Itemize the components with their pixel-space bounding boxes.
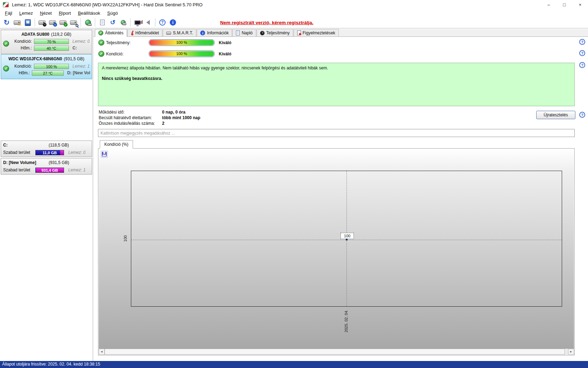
tab-smart[interactable]: S.M.A.R.T.	[163, 29, 196, 36]
scroll-left-icon[interactable]: ◄	[99, 349, 105, 355]
chart-horizontal-scrollbar[interactable]: ◄ ►	[99, 349, 574, 355]
disk-name: ADATA SU800	[21, 32, 49, 37]
scrollbar-thumb[interactable]	[105, 349, 565, 355]
health-check-icon: ✓	[3, 41, 9, 47]
help-icon[interactable]: ?	[157, 18, 168, 27]
scroll-right-icon[interactable]: ►	[568, 349, 574, 355]
free-space-bar: 931,4 GB	[35, 168, 64, 173]
x-axis-tick: 2025. 02. 04.	[344, 307, 349, 335]
disk-number: Lemez: 0	[68, 150, 85, 155]
web-report-icon[interactable]	[118, 18, 128, 27]
sound-icon[interactable]	[143, 18, 153, 27]
menu-disk[interactable]: Lemez	[16, 10, 36, 16]
tab-information[interactable]: iInformációk	[197, 29, 232, 36]
status-bar-text: Állapot utoljára frissítve: 2025. 02. 04…	[2, 362, 100, 367]
disk-number: Lemez: 1	[68, 168, 85, 172]
stat-value: 0 nap, 0 óra	[162, 110, 186, 115]
condition-label: Kondíció:	[106, 52, 124, 56]
menu-file[interactable]: Fájl	[1, 10, 16, 16]
minimize-button[interactable]: –	[541, 0, 556, 9]
chart-canvas[interactable]: 100 100 2025. 02. 04.	[99, 149, 574, 349]
health-check-icon: ✓	[3, 66, 9, 71]
partition-size: (118,5 GB)	[49, 143, 69, 148]
online-disk-icon[interactable]	[83, 18, 93, 27]
disk-number: Lemez: 0	[72, 39, 90, 44]
alert-page-icon	[297, 30, 301, 35]
partition-card-d[interactable]: D: [New Volume](931,5 GB) Szabad terület…	[1, 158, 92, 175]
check-circle-icon: ✓	[98, 51, 104, 57]
window-title: Lemez: 1, WDC WD10JFCX-68N6GN0 [WD-WX22A…	[12, 2, 203, 7]
status-advice: Nincs szükség beavatkozásra.	[102, 76, 571, 81]
disk-monitor-icon[interactable]	[22, 18, 33, 27]
condition-chart-tab[interactable]: Kondíció (%)	[100, 140, 133, 149]
stat-label: Becsült hátralévő élettartam:	[99, 115, 152, 120]
register-notice-link[interactable]: Nem regisztrált verzió, kérem regisztrál…	[220, 20, 313, 25]
toolbar-separator	[95, 18, 95, 27]
app-logo-icon	[3, 2, 9, 7]
free-space-bar: 11,0 GB	[35, 150, 64, 155]
condition-bar: 100 %	[149, 50, 215, 57]
tab-performance[interactable]: Teljesítmény	[257, 29, 293, 36]
tab-overview[interactable]: ✓Áttekintés	[95, 29, 127, 37]
disk-sidebar: ADATA SU800(119,2 GB) ✓ Kondíció: 70 % L…	[0, 29, 93, 361]
disk-performance-icon[interactable]: ◔	[37, 18, 47, 27]
temperature-label: Hőm.:	[12, 46, 32, 50]
menu-report[interactable]: Riport	[55, 10, 75, 16]
health-status-box: A merevlemez állapota hibátlan. Nem talá…	[98, 63, 575, 106]
comment-input[interactable]	[98, 129, 575, 137]
condition-chart-panel: 100 100 2025. 02. 04. ◄ ►	[98, 148, 575, 355]
help-icon[interactable]: ?	[579, 39, 585, 45]
sync-icon[interactable]: ↺	[107, 18, 118, 27]
disk-card-adata[interactable]: ADATA SU800(119,2 GB) ✓ Kondíció: 70 % L…	[1, 30, 92, 54]
temperature-bar: 27 °C	[32, 70, 64, 76]
disk-temperature-icon[interactable]: •	[47, 18, 58, 27]
chart-plot-area[interactable]: 100	[131, 171, 562, 307]
status-text: A merevlemez állapota hibátlan. Nem talá…	[102, 66, 571, 70]
save-chart-button[interactable]	[101, 151, 108, 158]
tab-temperature[interactable]: Hőmérséklet	[127, 29, 162, 36]
stats-block: Működési idő:0 nap, 0 óra Becsült hátral…	[99, 110, 274, 127]
disk-analyze-icon[interactable]	[68, 18, 79, 27]
condition-bar: 100 %	[34, 64, 69, 69]
disk-size: (119,2 GB)	[51, 32, 71, 37]
save-icon	[102, 152, 107, 157]
free-space-label: Szabad terület	[3, 150, 35, 155]
menubar: Fájl Lemez Nézet Riport Beállítások Súgó	[0, 9, 588, 17]
tab-strip: ✓Áttekintés Hőmérséklet S.M.A.R.T. iInfo…	[93, 29, 588, 37]
gauge-icon	[260, 31, 265, 35]
tab-alerts[interactable]: Figyelmeztetések	[294, 29, 339, 36]
stat-value: 2	[162, 121, 164, 126]
menu-view[interactable]: Nézet	[36, 10, 55, 16]
menu-settings[interactable]: Beállítások	[75, 10, 104, 16]
partition-card-c[interactable]: C:(118,5 GB) Szabad terület 11,0 GB Leme…	[1, 141, 92, 157]
menu-help[interactable]: Súgó	[104, 10, 121, 16]
status-bar: Állapot utoljára frissítve: 2025. 02. 04…	[0, 361, 588, 368]
tab-log[interactable]: Napló	[232, 29, 256, 36]
help-icon[interactable]: ?	[579, 62, 585, 68]
help-icon[interactable]: ?	[579, 50, 585, 56]
performance-rating: Kiváló	[219, 40, 231, 45]
toolbar-separator	[80, 18, 81, 27]
toolbar-separator	[155, 18, 155, 27]
disk-health-icon[interactable]: ✓	[58, 18, 68, 27]
performance-bar: 100 %	[149, 39, 215, 46]
disk-volume: D: [New Volu	[67, 70, 90, 75]
temperature-label: Hőm.:	[12, 70, 30, 75]
disk-warning-icon[interactable]: ⚠	[12, 18, 22, 27]
refresh-icon[interactable]: ↻	[1, 18, 12, 27]
disk-card-wdc-selected[interactable]: WDC WD10JFCX-68N6GN0(931,5 GB) ✓ Kondíci…	[1, 54, 92, 79]
maximize-button[interactable]: □	[556, 0, 572, 9]
check-circle-icon: ✓	[98, 40, 104, 46]
disk-volume: C:	[72, 46, 77, 50]
help-icon[interactable]: ?	[579, 112, 585, 118]
main-panel: ✓Áttekintés Hőmérséklet S.M.A.R.T. iInfo…	[93, 29, 588, 361]
disk-icon	[166, 32, 171, 35]
condition-label: Kondíció:	[12, 39, 32, 44]
disk-size: (931,5 GB)	[64, 56, 84, 61]
free-space-label: Szabad terület	[3, 168, 35, 172]
report-clipboard-icon[interactable]	[97, 18, 107, 27]
retest-button[interactable]: Újratesztelés	[536, 111, 575, 119]
thermometer-icon	[131, 30, 134, 35]
info-icon[interactable]: i	[168, 18, 178, 27]
close-button[interactable]: ×	[572, 0, 588, 9]
